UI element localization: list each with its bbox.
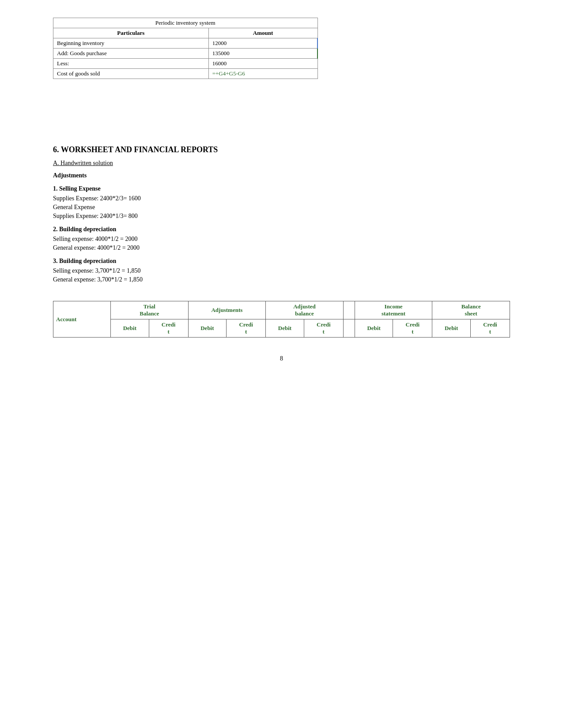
account-header: Account [53, 301, 111, 338]
item2-heading: 2. Building depreciation [53, 226, 510, 233]
item2-line1: Selling expense: 4000*1/2 = 2000 [53, 236, 510, 243]
worksheet-container: Account TrialBalance Adjustments Adjuste… [53, 301, 510, 338]
item3-heading: 3. Building depreciation [53, 258, 510, 265]
trial-balance-header: TrialBalance [111, 301, 189, 319]
table-title: Periodic inventory system [53, 18, 318, 28]
table-row: Beginning inventory 12000 [53, 38, 318, 49]
row4-amount: =+G4+G5-G6 [208, 69, 317, 79]
table-row: Cost of goods sold =+G4+G5-G6 [53, 69, 318, 79]
adjustments-header: Adjustments [188, 301, 266, 319]
item2-line2: General expense: 4000*1/2 = 2000 [53, 244, 510, 251]
particulars-header: Particulars [53, 28, 209, 38]
item1-heading: 1. Selling Expense [53, 185, 510, 192]
income-statement-header: Incomestatement [355, 301, 432, 319]
row2-amount: 135000 [208, 49, 317, 59]
row3-particulars: Less: [53, 59, 209, 69]
item1-line3: Supplies Expense: 2400*1/3= 800 [53, 213, 510, 220]
amount-header: Amount [208, 28, 317, 38]
row1-amount: 12000 [208, 38, 317, 49]
row1-particulars: Beginning inventory [53, 38, 209, 49]
bal-credit: Credit [470, 319, 510, 338]
adj-debit: Debit [188, 319, 227, 338]
row2-particulars: Add: Goods purchase [53, 49, 209, 59]
empty-col2 [343, 319, 355, 338]
worksheet-header-row1: Account TrialBalance Adjustments Adjuste… [53, 301, 510, 319]
empty-col [343, 301, 355, 319]
handwritten-link[interactable]: A. Handwritten solution [53, 160, 510, 167]
trial-credit: Credit [149, 319, 188, 338]
adj-credit: Credit [227, 319, 266, 338]
page-number-text: 8 [280, 355, 283, 362]
periodic-inventory-table: Periodic inventory system Particulars Am… [53, 18, 318, 79]
worksheet-table: Account TrialBalance Adjustments Adjuste… [53, 301, 510, 338]
row3-amount: 16000 [208, 59, 317, 69]
table-header-row: Particulars Amount [53, 28, 318, 38]
adjbal-credit: Credit [304, 319, 343, 338]
spreadsheet-container: Periodic inventory system Particulars Am… [53, 18, 510, 79]
bal-debit: Debit [432, 319, 471, 338]
balance-sheet-header: Balancesheet [432, 301, 510, 319]
section-heading: 6. WORKSHEET AND FINANCIAL REPORTS [53, 145, 510, 154]
adjbal-debit: Debit [266, 319, 304, 338]
trial-debit: Debit [111, 319, 149, 338]
adjustments-heading: Adjustments [53, 172, 510, 179]
page-content: Periodic inventory system Particulars Am… [53, 18, 510, 362]
inc-debit: Debit [355, 319, 393, 338]
adjusted-balance-header: Adjustedbalance [266, 301, 344, 319]
item1-line1: Supplies Expense: 2400*2/3= 1600 [53, 195, 510, 202]
table-row: Add: Goods purchase 135000 [53, 49, 318, 59]
item3-line1: Selling expense: 3,700*1/2 = 1,850 [53, 267, 510, 274]
row4-particulars: Cost of goods sold [53, 69, 209, 79]
page-number: 8 [53, 355, 510, 362]
item3-line2: General expense: 3,700*1/2 = 1,850 [53, 276, 510, 283]
table-row: Less: 16000 [53, 59, 318, 69]
item1-line2: General Expense [53, 204, 510, 211]
section-body: 6. WORKSHEET AND FINANCIAL REPORTS A. Ha… [53, 145, 510, 283]
worksheet-header-row2: Debit Credit Debit Credit Debit Credit D… [53, 319, 510, 338]
table-title-row: Periodic inventory system [53, 18, 318, 28]
inc-credit: Credit [393, 319, 432, 338]
